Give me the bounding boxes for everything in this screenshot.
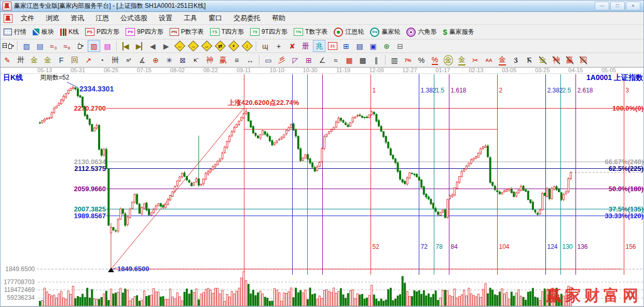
info-list-icon[interactable]: ▤ bbox=[34, 40, 46, 52]
gold-line-tool[interactable]: 金 bbox=[456, 54, 468, 66]
percent-line-tool[interactable]: % bbox=[429, 54, 441, 66]
menu-item-江恩[interactable]: 江恩 bbox=[90, 12, 115, 23]
center-cross-button[interactable]: + bbox=[227, 40, 240, 52]
gold-hatch-b-tool[interactable]: 金 bbox=[42, 54, 54, 66]
ruler-tool[interactable]: ≡ bbox=[230, 54, 243, 66]
close-button[interactable]: × bbox=[626, 2, 640, 10]
gann-wheel-button[interactable]: 江恩轮 bbox=[331, 26, 367, 38]
gold-red-line-tool[interactable]: 金 bbox=[496, 54, 509, 66]
win-hatch-tool[interactable]: 赢 bbox=[217, 54, 229, 66]
t-number-button[interactable]: TNT数字表 bbox=[291, 26, 331, 37]
gold-hatch-a-tool[interactable]: 金 bbox=[28, 54, 40, 66]
network-icon[interactable]: ⊛ bbox=[380, 40, 393, 52]
chart-canvas[interactable]: 05-1305-3106-2507-1508-0208-2209-1110-10… bbox=[1, 68, 644, 307]
sectors-button[interactable]: 板块 bbox=[30, 26, 57, 37]
menu-item-浏览[interactable]: 浏览 bbox=[40, 12, 65, 23]
menu-item-公式选股[interactable]: 公式选股 bbox=[115, 12, 153, 23]
last-bar-button[interactable]: ▶ bbox=[133, 40, 145, 52]
report-icon[interactable]: ▤ bbox=[353, 40, 366, 52]
menu-item-文件[interactable]: 文件 bbox=[15, 12, 40, 23]
compress-chart-icon[interactable]: ▨ bbox=[88, 40, 100, 52]
t9-square-button[interactable]: T99T四方形 bbox=[247, 26, 291, 37]
width-tool[interactable]: ↔ bbox=[244, 54, 256, 66]
p9-square-button[interactable]: P99P四方形 bbox=[122, 26, 167, 37]
quotes-button[interactable]: 行情 bbox=[1, 26, 30, 37]
calculator-icon[interactable]: ⊞ bbox=[340, 40, 352, 52]
win-angle-tool[interactable]: 赢 bbox=[564, 54, 576, 66]
p-square-button[interactable]: PSP四方形 bbox=[82, 26, 122, 37]
menu-item-资讯[interactable]: 资讯 bbox=[65, 12, 90, 23]
zoom-in-button[interactable]: ⇄ bbox=[214, 40, 226, 52]
fit-view-button[interactable]: ↕ bbox=[241, 40, 253, 52]
star-web-tool[interactable]: ✳ bbox=[163, 54, 175, 66]
gold-ring-tool[interactable]: 金 bbox=[442, 54, 455, 66]
menu-item-设置[interactable]: 设置 bbox=[153, 12, 178, 23]
pen-tool[interactable]: ✎ bbox=[1, 54, 13, 66]
minimize-button[interactable]: — bbox=[595, 2, 609, 10]
shen-angle-tool[interactable]: 神 bbox=[550, 54, 563, 66]
hand-tool[interactable]: ɰ bbox=[259, 40, 271, 52]
knife-tool[interactable]: ✂ bbox=[469, 54, 482, 66]
k-quote-tool[interactable]: K˝ bbox=[190, 54, 202, 66]
pen-angle-tool[interactable]: ↗ bbox=[82, 54, 94, 66]
percent-seven-tool[interactable]: 7% bbox=[402, 54, 414, 66]
menu-item-窗口[interactable]: 窗口 bbox=[203, 12, 228, 23]
winner-wheel-button[interactable]: Big赢家轮 bbox=[367, 26, 403, 38]
print-icon[interactable]: ⊟ bbox=[394, 40, 406, 52]
kline-button[interactable]: K线 bbox=[57, 26, 82, 37]
f-angle-tool[interactable]: F bbox=[523, 54, 536, 66]
calendar-icon[interactable]: 21 bbox=[326, 40, 339, 52]
prev-bar-button[interactable]: ◀ bbox=[146, 40, 159, 52]
web-box-tool[interactable]: ⊠ bbox=[176, 54, 189, 66]
angle-lines-tool[interactable]: ∠ bbox=[316, 54, 328, 66]
spiral-tool[interactable]: 回 bbox=[68, 54, 81, 66]
clock-cycle-tool[interactable]: ◔ bbox=[95, 54, 108, 66]
wave-3-icon[interactable]: ≈₃ bbox=[47, 40, 60, 52]
n-square-tool[interactable]: n² bbox=[122, 54, 135, 66]
erase-tool[interactable]: ✘ bbox=[286, 40, 298, 52]
hatch2-tool[interactable]: 卌 bbox=[109, 54, 121, 66]
pan-right-button[interactable]: → bbox=[187, 40, 199, 52]
angle-tool[interactable]: ∡ bbox=[136, 54, 148, 66]
menu-item-帮助[interactable]: 帮助 bbox=[266, 12, 291, 23]
gold-angle-tool[interactable]: 金 bbox=[537, 54, 549, 66]
j-angle-tool[interactable]: J bbox=[510, 54, 522, 66]
menu-item-工具[interactable]: 工具 bbox=[178, 12, 203, 23]
p-number-button[interactable]: PNP数字表 bbox=[167, 26, 207, 37]
wave-9-icon[interactable]: ≈₉ bbox=[61, 40, 73, 52]
menu-item-交易委托[interactable]: 交易委托 bbox=[228, 12, 266, 23]
first-bar-button[interactable]: ◀ bbox=[119, 40, 132, 52]
candle-style-button[interactable]: ▾ bbox=[74, 40, 87, 52]
net-box-tool[interactable]: ⊞ bbox=[303, 54, 315, 66]
fan-lines-tool[interactable]: 彡 bbox=[276, 54, 288, 66]
fan-box-tool[interactable]: ◸ bbox=[289, 54, 302, 66]
restore-button[interactable]: □ bbox=[610, 2, 625, 10]
parallel-tool[interactable]: ∥ bbox=[370, 54, 382, 66]
f-hatch-tool[interactable]: F bbox=[55, 54, 67, 66]
hexagon-button[interactable]: 六角形 bbox=[403, 26, 440, 38]
grid-dark-tool[interactable]: ▩ bbox=[357, 54, 369, 66]
compass-tool[interactable]: ⊕ bbox=[149, 54, 162, 66]
crosshair-tool[interactable]: + bbox=[272, 40, 285, 52]
t-square-button[interactable]: TST四方形 bbox=[207, 26, 247, 37]
double-a-wave-tool[interactable]: AA bbox=[483, 54, 495, 66]
title-bar[interactable]: 赢 赢家江恩专业版[赢家内部服务平台] - [上证指数 SH1A0001-251… bbox=[1, 1, 643, 12]
scale-bars-tool[interactable]: ▥ bbox=[388, 54, 401, 66]
percent-tool[interactable]: % bbox=[415, 54, 428, 66]
hatch-tool[interactable]: 卅 bbox=[15, 54, 27, 66]
next-bar-button[interactable]: ▶ bbox=[160, 40, 172, 52]
box-select-tool[interactable]: ▭ bbox=[262, 54, 275, 66]
pan-left-button[interactable]: ← bbox=[173, 40, 186, 52]
winner-service-button[interactable]: $赢家服务 bbox=[440, 26, 477, 37]
period-selector[interactable]: 日▾ bbox=[1, 40, 15, 52]
shen-hatch-tool[interactable]: 神 bbox=[203, 54, 216, 66]
smart-analysis-icon[interactable]: 兆 bbox=[313, 40, 325, 52]
gann-tools-icon[interactable]: 册 bbox=[299, 40, 312, 52]
volume-distribution-icon[interactable]: ▤ bbox=[101, 40, 114, 52]
wave-tool[interactable]: ≈ bbox=[330, 54, 342, 66]
chart-window-icon[interactable]: ▨ bbox=[20, 40, 33, 52]
four-angle-tool[interactable]: 四 bbox=[577, 54, 590, 66]
grid-red-tool[interactable]: ▦ bbox=[343, 54, 355, 66]
save-icon[interactable]: ▣ bbox=[367, 40, 379, 52]
zoom-out-button[interactable]: ↔ bbox=[200, 40, 213, 52]
